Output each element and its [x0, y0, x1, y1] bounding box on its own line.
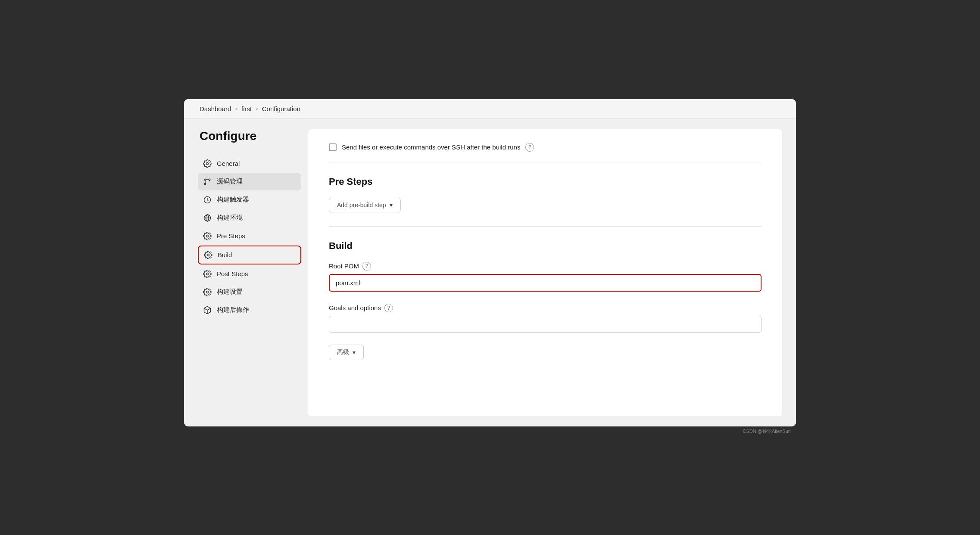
sidebar-item-build-settings[interactable]: 构建设置 — [198, 283, 301, 301]
sidebar: Configure General — [198, 129, 301, 416]
chevron-down-icon: ▾ — [390, 202, 393, 208]
sidebar-item-environment[interactable]: 构建环境 — [198, 209, 301, 227]
goals-input[interactable] — [329, 316, 762, 333]
clock-icon — [203, 196, 212, 204]
root-pom-label: Root POM ? — [329, 262, 762, 271]
sidebar-item-poststeps[interactable]: Post Steps — [198, 265, 301, 283]
pre-steps-title: Pre Steps — [329, 176, 762, 187]
goals-help-icon[interactable]: ? — [384, 304, 393, 312]
cube-icon — [203, 306, 212, 314]
sidebar-item-triggers[interactable]: 构建触发器 — [198, 191, 301, 208]
ssh-row: Send files or execute commands over SSH … — [329, 143, 762, 162]
gear-presteps-icon — [203, 232, 212, 240]
sidebar-item-general[interactable]: General — [198, 155, 301, 172]
ssh-help-icon[interactable]: ? — [525, 143, 534, 152]
watermark: CSDN @孙治AllenSun — [184, 426, 796, 436]
sidebar-label-build: Build — [218, 251, 232, 258]
build-section: Build Root POM ? Goals and options — [329, 240, 762, 360]
chevron-down-advanced-icon: ▾ — [353, 349, 356, 356]
advanced-label: 高级 — [337, 348, 349, 356]
add-step-label: Add pre-build step — [337, 202, 386, 208]
gear-build-icon — [204, 251, 212, 259]
pre-steps-section: Pre Steps Add pre-build step ▾ — [329, 176, 762, 227]
svg-point-7 — [207, 254, 209, 256]
svg-point-9 — [206, 291, 209, 293]
content-area: Send files or execute commands over SSH … — [308, 129, 782, 416]
goals-group: Goals and options ? — [329, 304, 762, 333]
breadcrumb-sep-2: > — [255, 106, 259, 112]
root-pom-group: Root POM ? — [329, 262, 762, 292]
sidebar-label-environment: 构建环境 — [217, 214, 243, 222]
branch-icon — [203, 177, 212, 186]
goals-label: Goals and options ? — [329, 304, 762, 312]
svg-point-1 — [204, 179, 206, 180]
gear-icon — [203, 159, 212, 168]
sidebar-label-source: 源码管理 — [217, 177, 243, 186]
breadcrumb-sep-1: > — [234, 106, 238, 112]
sidebar-item-post-build[interactable]: 构建后操作 — [198, 302, 301, 319]
add-pre-build-step-button[interactable]: Add pre-build step ▾ — [329, 198, 401, 212]
sidebar-label-post-build: 构建后操作 — [217, 306, 249, 314]
svg-point-8 — [206, 273, 209, 275]
gear-settings-icon — [203, 288, 212, 296]
breadcrumb-first[interactable]: first — [241, 105, 252, 112]
build-title: Build — [329, 240, 762, 252]
advanced-button[interactable]: 高级 ▾ — [329, 345, 364, 360]
root-pom-input[interactable] — [329, 274, 762, 292]
gear-poststeps-icon — [203, 270, 212, 278]
sidebar-item-build[interactable]: Build — [198, 246, 301, 264]
breadcrumb: Dashboard > first > Configuration — [184, 99, 796, 119]
sidebar-label-triggers: 构建触发器 — [217, 196, 249, 204]
sidebar-item-presteps[interactable]: Pre Steps — [198, 227, 301, 245]
breadcrumb-dashboard[interactable]: Dashboard — [200, 105, 231, 112]
sidebar-title: Configure — [198, 129, 301, 143]
svg-point-0 — [206, 162, 209, 165]
sidebar-label-build-settings: 构建设置 — [217, 288, 243, 296]
sidebar-label-general: General — [217, 160, 240, 167]
sidebar-item-source[interactable]: 源码管理 — [198, 173, 301, 190]
breadcrumb-current: Configuration — [262, 105, 300, 112]
sidebar-label-poststeps: Post Steps — [217, 270, 248, 277]
ssh-label: Send files or execute commands over SSH … — [342, 143, 520, 151]
globe-icon — [203, 214, 212, 222]
root-pom-help-icon[interactable]: ? — [362, 262, 371, 271]
ssh-checkbox[interactable] — [329, 143, 337, 151]
svg-point-6 — [206, 235, 209, 237]
sidebar-label-presteps: Pre Steps — [217, 232, 245, 240]
